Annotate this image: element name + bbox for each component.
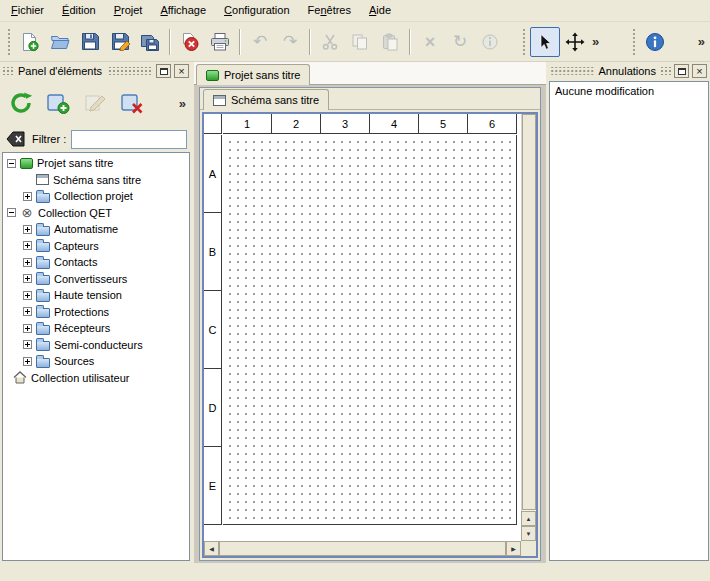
tree-item-project[interactable]: Projet sans titre bbox=[3, 155, 189, 172]
menu-fichier[interactable]: Fichier bbox=[2, 0, 53, 21]
close-panel-button[interactable]: × bbox=[174, 64, 189, 78]
tree-item-collection-projet[interactable]: Collection projet bbox=[3, 188, 189, 205]
menu-configuration[interactable]: Configuration bbox=[215, 0, 298, 21]
expand-icon[interactable] bbox=[23, 241, 32, 250]
close-panel-button[interactable]: × bbox=[692, 64, 707, 78]
collapse-expander-icon[interactable] bbox=[7, 159, 16, 168]
redo-button[interactable]: ↷ bbox=[275, 27, 305, 57]
vertical-scrollbar[interactable]: ▲ ▼ bbox=[521, 114, 536, 541]
tree-item-haute-tension[interactable]: Haute tension bbox=[3, 287, 189, 304]
close-file-button[interactable] bbox=[175, 27, 205, 57]
tree-item-recepteurs[interactable]: Récepteurs bbox=[3, 320, 189, 337]
tree-item-label: Collection utilisateur bbox=[31, 372, 129, 384]
dock-grip[interactable] bbox=[551, 67, 594, 75]
tree-item-automatisme[interactable]: Automatisme bbox=[3, 221, 189, 238]
scroll-right-button[interactable]: ▶ bbox=[506, 541, 521, 556]
menu-label: Fe bbox=[308, 4, 321, 16]
scroll-right-icon: ▶ bbox=[511, 545, 516, 552]
menu-projet[interactable]: Projet bbox=[105, 0, 152, 21]
tree-item-label: Semi-conducteurs bbox=[54, 339, 143, 351]
dock-grip[interactable] bbox=[661, 67, 671, 75]
save-as-button[interactable] bbox=[105, 27, 135, 57]
edit-element-button[interactable] bbox=[78, 86, 112, 120]
tree-item-contacts[interactable]: Contacts bbox=[3, 254, 189, 271]
menu-affichage[interactable]: Affichage bbox=[151, 0, 215, 21]
float-panel-button[interactable] bbox=[156, 64, 171, 78]
save-all-button[interactable] bbox=[135, 27, 165, 57]
tree-item-capteurs[interactable]: Capteurs bbox=[3, 238, 189, 255]
toolbar-overflow-button[interactable]: » bbox=[696, 34, 707, 49]
tree-item-collection-qet[interactable]: ⊗ Collection QET bbox=[3, 205, 189, 222]
expand-icon[interactable] bbox=[23, 274, 32, 283]
new-element-button[interactable] bbox=[41, 86, 75, 120]
undo-history-list[interactable]: Aucune modification bbox=[549, 81, 709, 561]
element-info-button[interactable] bbox=[475, 27, 505, 57]
toolbar-grip[interactable] bbox=[631, 28, 637, 56]
new-document-button[interactable] bbox=[15, 27, 45, 57]
expand-icon[interactable] bbox=[23, 291, 32, 300]
expand-icon[interactable] bbox=[23, 340, 32, 349]
open-document-button[interactable] bbox=[45, 27, 75, 57]
rotate-button[interactable]: ↻ bbox=[445, 27, 475, 57]
tree-item-sources[interactable]: Sources bbox=[3, 353, 189, 370]
expand-icon[interactable] bbox=[23, 357, 32, 366]
vertical-scrollbar-thumb[interactable] bbox=[522, 114, 536, 510]
expand-icon[interactable] bbox=[23, 225, 32, 234]
diagram-canvas[interactable] bbox=[223, 135, 517, 525]
scroll-left-icon: ◀ bbox=[209, 545, 214, 552]
expand-icon[interactable] bbox=[23, 324, 32, 333]
ruler-column-label: 1 bbox=[223, 114, 272, 134]
expand-icon[interactable] bbox=[23, 307, 32, 316]
dock-grip[interactable] bbox=[107, 67, 153, 75]
tree-item-collection-utilisateur[interactable]: Collection utilisateur bbox=[3, 370, 189, 387]
open-folder-icon bbox=[50, 32, 70, 52]
scroll-left-button[interactable]: ◀ bbox=[204, 541, 219, 556]
expand-icon[interactable] bbox=[23, 258, 32, 267]
tab-schema-sans-titre[interactable]: Schéma sans titre bbox=[203, 89, 329, 110]
cursor-arrow-icon bbox=[536, 33, 554, 51]
float-panel-button[interactable] bbox=[674, 64, 689, 78]
folder-icon bbox=[36, 358, 50, 368]
clear-filter-button[interactable] bbox=[5, 129, 27, 149]
toolbar-grip[interactable] bbox=[521, 28, 527, 56]
paste-button[interactable] bbox=[375, 27, 405, 57]
tree-item-schema[interactable]: Schéma sans titre bbox=[3, 172, 189, 189]
print-button[interactable] bbox=[205, 27, 235, 57]
toolbar-overflow-button[interactable]: » bbox=[590, 34, 601, 49]
menu-aide[interactable]: Aide bbox=[360, 0, 400, 21]
tree-item-convertisseurs[interactable]: Convertisseurs bbox=[3, 271, 189, 288]
collapse-expander-icon[interactable] bbox=[7, 208, 16, 217]
toolbar-grip[interactable] bbox=[6, 28, 12, 56]
copy-button[interactable] bbox=[345, 27, 375, 57]
save-all-icon bbox=[140, 32, 160, 52]
save-button[interactable] bbox=[75, 27, 105, 57]
scroll-up-icon: ▲ bbox=[526, 516, 532, 522]
delete-button[interactable]: × bbox=[415, 27, 445, 57]
select-tool-button[interactable] bbox=[530, 27, 560, 57]
delete-element-button[interactable] bbox=[115, 86, 149, 120]
expand-icon[interactable] bbox=[23, 192, 32, 201]
menu-edition[interactable]: Édition bbox=[53, 0, 105, 21]
reload-collections-button[interactable] bbox=[4, 86, 38, 120]
elements-tree[interactable]: Projet sans titre Schéma sans titre Coll… bbox=[2, 152, 190, 561]
folder-icon bbox=[36, 275, 50, 285]
menu-fenetres[interactable]: Fenêtres bbox=[299, 0, 360, 21]
scroll-down-button[interactable]: ▼ bbox=[521, 526, 536, 541]
horizontal-scrollbar[interactable]: ◀ ▶ bbox=[204, 541, 521, 556]
horizontal-scrollbar-thumb[interactable] bbox=[219, 541, 506, 556]
tree-item-semi-conducteurs[interactable]: Semi-conducteurs bbox=[3, 337, 189, 354]
undo-button[interactable]: ↶ bbox=[245, 27, 275, 57]
tab-projet-sans-titre[interactable]: Projet sans titre bbox=[196, 64, 310, 85]
filter-input[interactable] bbox=[71, 130, 187, 149]
cut-button[interactable] bbox=[315, 27, 345, 57]
about-info-button[interactable] bbox=[640, 27, 670, 57]
new-element-icon bbox=[46, 91, 70, 115]
panel-toolbar-overflow-button[interactable]: » bbox=[177, 96, 188, 111]
folder-icon bbox=[36, 308, 50, 318]
tree-item-label: Schéma sans titre bbox=[53, 174, 141, 186]
tree-item-protections[interactable]: Protections bbox=[3, 304, 189, 321]
scroll-up-button[interactable]: ▲ bbox=[521, 511, 536, 526]
float-icon bbox=[678, 68, 686, 75]
move-tool-button[interactable] bbox=[560, 27, 590, 57]
dock-grip[interactable] bbox=[3, 67, 13, 75]
